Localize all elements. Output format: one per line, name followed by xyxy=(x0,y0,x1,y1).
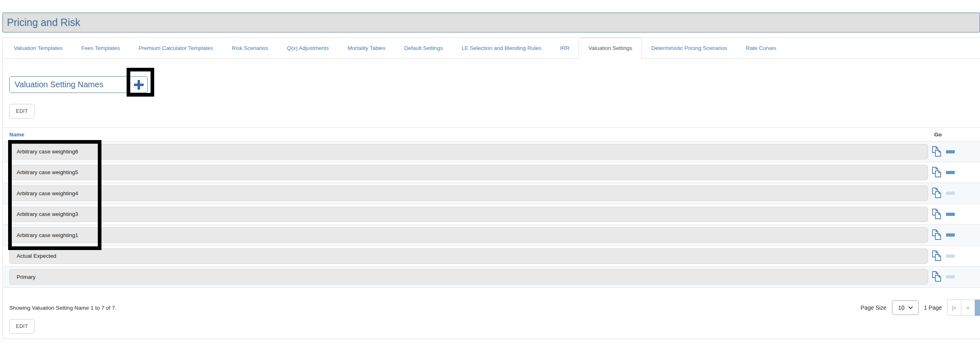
table-footer: Showing Valuation Setting Name 1 to 7 of… xyxy=(9,300,980,316)
minus-icon xyxy=(946,171,955,174)
copy-icon xyxy=(932,250,942,262)
row-actions xyxy=(932,229,955,241)
row-name-input[interactable]: Primary xyxy=(9,269,928,285)
tab-deterministic-pricing-scenarios[interactable]: Deterministic Pricing Scenarios xyxy=(642,38,737,59)
remove-button[interactable] xyxy=(946,171,955,174)
copy-icon xyxy=(932,146,942,157)
table-row: Arbitrary case weighting4 xyxy=(3,183,980,204)
edit-button-top[interactable]: EDIT xyxy=(9,104,34,119)
copy-icon xyxy=(932,209,942,220)
tab-bar: Valuation Templates Fees Templates Premi… xyxy=(3,38,980,59)
copy-icon xyxy=(932,167,942,178)
page-header-band: Pricing and Risk xyxy=(2,13,980,32)
row-actions xyxy=(932,250,955,262)
tab-le-selection-and-blending-rules[interactable]: LE Selection and Blending Rules xyxy=(452,38,551,59)
table-row: Arbitrary case weighting5 xyxy=(3,162,980,183)
tab-qx-adjustments[interactable]: Q(x) Adjustments xyxy=(278,38,338,59)
column-header-go: Go xyxy=(934,132,942,138)
results-summary: Showing Valuation Setting Name 1 to 7 of… xyxy=(9,305,116,311)
row-actions xyxy=(932,271,955,283)
page-size-select[interactable]: 10 xyxy=(892,300,919,315)
first-page-button[interactable]: |< xyxy=(947,300,961,316)
valuation-setting-names-box: Valuation Setting Names xyxy=(9,76,148,93)
remove-button[interactable] xyxy=(946,254,955,258)
copy-button[interactable] xyxy=(932,250,942,262)
copy-button[interactable] xyxy=(932,209,942,220)
copy-button[interactable] xyxy=(932,167,942,178)
previous-page-button[interactable]: < xyxy=(961,300,975,316)
edit-button-bottom[interactable]: EDIT xyxy=(9,319,34,334)
copy-button[interactable] xyxy=(932,146,942,157)
row-name-input[interactable]: Arbitrary case weighting4 xyxy=(9,185,928,201)
copy-icon xyxy=(932,229,942,241)
copy-icon xyxy=(932,188,942,199)
add-valuation-setting-button[interactable] xyxy=(134,80,144,90)
copy-icon xyxy=(932,271,942,283)
valuation-setting-list: Arbitrary case weighting6 Arbitrary case… xyxy=(3,141,980,288)
remove-button[interactable] xyxy=(946,233,955,237)
row-actions xyxy=(932,188,955,199)
page-count: 1 Page xyxy=(924,304,942,311)
pagination-group: |< < xyxy=(947,300,980,316)
row-name-input[interactable]: Arbitrary case weighting6 xyxy=(9,144,928,160)
minus-icon xyxy=(946,275,955,278)
minus-icon xyxy=(946,213,955,216)
valuation-settings-panel: Valuation Templates Fees Templates Premi… xyxy=(2,37,980,339)
chevron-down-icon xyxy=(908,304,913,309)
row-actions xyxy=(932,209,955,220)
minus-icon xyxy=(946,254,955,258)
minus-icon xyxy=(946,233,955,237)
tab-premium-calculator-templates[interactable]: Premium Calculator Templates xyxy=(129,38,222,59)
row-name-input[interactable]: Arbitrary case weighting3 xyxy=(9,207,928,222)
tab-valuation-templates[interactable]: Valuation Templates xyxy=(4,38,72,59)
column-header-name[interactable]: Name xyxy=(9,132,24,138)
page-size-label: Page Size xyxy=(861,304,887,311)
row-name-input[interactable]: Arbitrary case weighting5 xyxy=(9,165,928,180)
table-row: Actual Expected xyxy=(3,246,980,267)
table-header: Name Go xyxy=(3,127,980,141)
pagination-controls: Page Size 10 1 Page |< < xyxy=(861,300,980,316)
remove-button[interactable] xyxy=(946,192,955,195)
copy-button[interactable] xyxy=(932,188,942,199)
tab-mortality-tables[interactable]: Mortality Tables xyxy=(338,38,395,59)
copy-button[interactable] xyxy=(932,271,942,283)
remove-button[interactable] xyxy=(946,213,955,216)
table-row: Arbitrary case weighting6 xyxy=(3,141,980,162)
page-title: Pricing and Risk xyxy=(7,17,80,28)
tab-default-settings[interactable]: Default Settings xyxy=(395,38,452,59)
remove-button[interactable] xyxy=(946,150,955,153)
tab-irr[interactable]: IRR xyxy=(551,38,579,59)
tab-risk-scenarios[interactable]: Risk Scenarios xyxy=(222,38,278,59)
row-actions xyxy=(932,167,955,178)
row-name-input[interactable]: Actual Expected xyxy=(9,248,928,264)
table-row: Arbitrary case weighting3 xyxy=(3,204,980,225)
minus-icon xyxy=(946,192,955,195)
row-name-input[interactable]: Arbitrary case weighting1 xyxy=(9,227,928,243)
section-title: Valuation Setting Names xyxy=(15,80,103,89)
row-actions xyxy=(932,146,955,157)
current-page-button[interactable] xyxy=(975,300,980,316)
tab-fees-templates[interactable]: Fees Templates xyxy=(72,38,129,59)
tab-valuation-settings[interactable]: Valuation Settings xyxy=(579,38,642,59)
plus-icon xyxy=(134,80,144,90)
minus-icon xyxy=(946,150,955,153)
tab-rate-curves[interactable]: Rate Curves xyxy=(737,38,786,59)
copy-button[interactable] xyxy=(932,229,942,241)
page-size-value: 10 xyxy=(898,304,905,311)
table-row: Primary xyxy=(3,267,980,288)
remove-button[interactable] xyxy=(946,275,955,278)
table-row: Arbitrary case weighting1 xyxy=(3,225,980,246)
